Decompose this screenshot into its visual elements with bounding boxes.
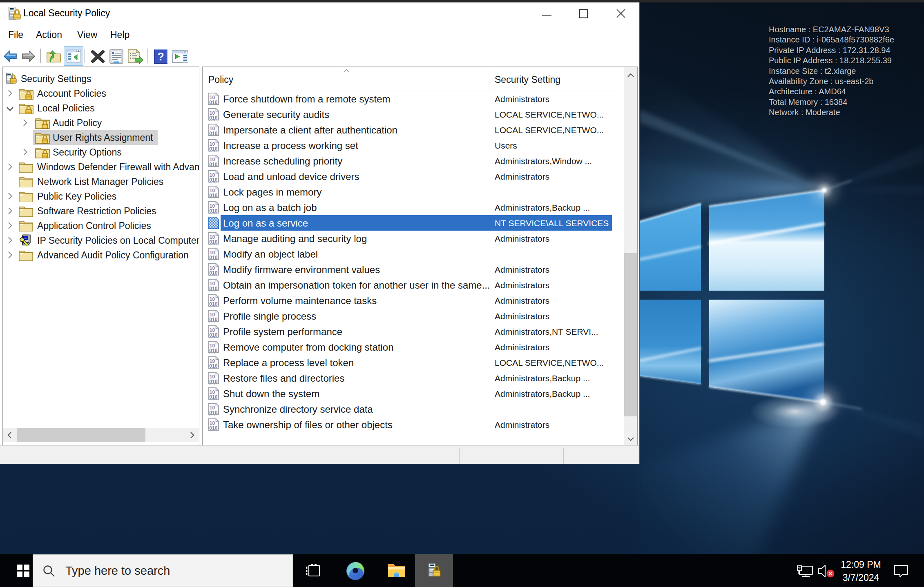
svg-text:?: ? [157, 51, 164, 63]
